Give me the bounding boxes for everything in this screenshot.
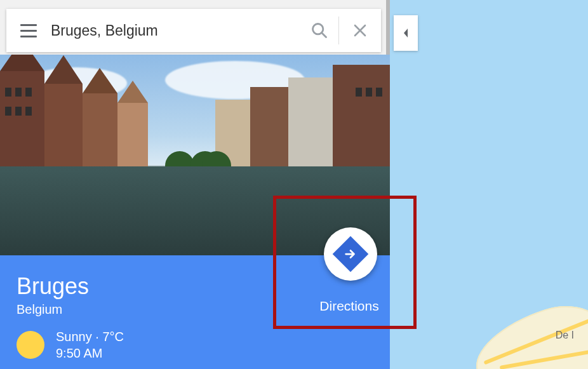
weather-condition-temp: Sunny · 7°C [56, 328, 124, 345]
menu-icon [20, 22, 37, 39]
weather-row: Sunny · 7°C 9:50 AM [17, 328, 373, 361]
chevron-left-icon [401, 27, 410, 39]
directions-icon [333, 236, 369, 272]
sunny-icon [17, 331, 44, 359]
search-icon [311, 22, 328, 39]
search-bar [6, 9, 381, 52]
place-title: Bruges [17, 273, 373, 300]
clear-search-button[interactable] [339, 9, 381, 52]
menu-button[interactable] [6, 9, 51, 52]
close-icon [352, 23, 368, 38]
place-photo[interactable] [0, 55, 390, 255]
svg-line-2 [322, 33, 326, 37]
side-panel: Bruges Belgium Sunny · 7°C 9:50 AM Direc… [0, 0, 390, 369]
collapse-panel-button[interactable] [394, 15, 418, 51]
search-button[interactable] [300, 9, 338, 52]
directions-label: Directions [305, 299, 394, 314]
search-input[interactable] [51, 22, 300, 39]
weather-time: 9:50 AM [56, 345, 124, 361]
app-root: De I [0, 0, 588, 369]
map-place-label: De I [556, 330, 574, 341]
svg-marker-0 [404, 29, 408, 37]
directions-button[interactable] [324, 227, 377, 281]
